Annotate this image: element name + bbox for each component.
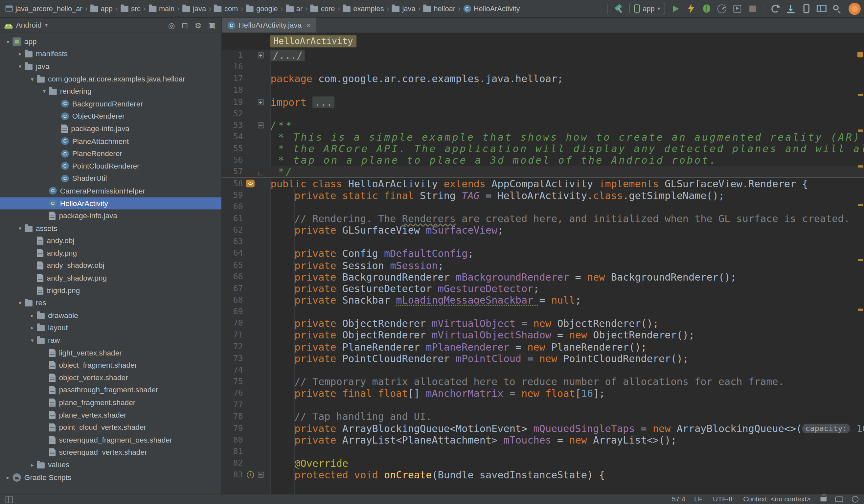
line-separator-indicator[interactable]: LF: <box>694 495 704 503</box>
device-explorer-button[interactable] <box>814 2 829 15</box>
stop-button[interactable] <box>745 2 760 15</box>
tree-item[interactable]: ▸values <box>0 459 221 471</box>
tree-item[interactable]: andy.png <box>0 247 221 260</box>
breadcrumb-item[interactable]: core <box>310 4 336 12</box>
tree-item[interactable]: PlaneRenderer <box>0 147 221 160</box>
sdk-manager-button[interactable] <box>783 2 798 15</box>
readonly-lock-icon[interactable] <box>820 497 826 501</box>
tree-item[interactable]: andy.obj <box>0 235 221 247</box>
breadcrumb-item[interactable]: examples <box>342 4 385 12</box>
tree-item[interactable]: plane_vertex.shader <box>0 409 221 421</box>
expand-arrow-icon[interactable]: ▸ <box>3 474 13 480</box>
tree-item[interactable]: object_vertex.shader <box>0 372 221 384</box>
tree-item[interactable]: ObjectRenderer <box>0 110 221 122</box>
profile-avatar[interactable] <box>849 3 861 15</box>
expand-arrow-icon[interactable]: ▾ <box>15 300 25 306</box>
tree-item[interactable]: point_cloud_vertex.shader <box>0 421 221 434</box>
tree-item[interactable]: light_vertex.shader <box>0 347 221 359</box>
inspections-profile-icon[interactable] <box>852 496 859 503</box>
apply-changes-button[interactable] <box>684 2 698 15</box>
tree-item[interactable]: PlaneAttachment <box>0 135 221 147</box>
file-encoding-indicator[interactable]: UTF-8: <box>713 495 734 503</box>
run-config-selector[interactable]: app ▾ <box>629 3 665 14</box>
context-breadcrumb[interactable]: HelloArActivity <box>270 35 356 47</box>
project-tree[interactable]: ▾app▸manifests▾java▾com.google.ar.core.e… <box>0 33 221 494</box>
tree-item[interactable]: screenquad_fragment_oes.shader <box>0 434 221 446</box>
collapse-all-icon[interactable]: ⊟ <box>180 21 190 29</box>
fold-marker[interactable]: + <box>257 52 263 58</box>
tree-item[interactable]: ▾res <box>0 297 221 309</box>
tree-item[interactable]: passthrough_fragment.shader <box>0 384 221 396</box>
tree-item[interactable]: ▸Gradle Scripts <box>0 471 221 484</box>
expand-arrow-icon[interactable]: ▾ <box>3 38 13 44</box>
search-everywhere-button[interactable] <box>830 2 844 15</box>
sync-project-button[interactable] <box>768 2 782 15</box>
tree-item[interactable]: package-info.java <box>0 122 221 135</box>
breadcrumb-item[interactable]: ar <box>285 4 303 12</box>
hide-panel-icon[interactable]: ▣ <box>207 21 217 29</box>
expand-arrow-icon[interactable]: ▾ <box>27 76 37 82</box>
tree-item[interactable]: trigrid.png <box>0 284 221 297</box>
breadcrumb-item[interactable]: com <box>213 4 239 12</box>
inspection-indicator-icon[interactable] <box>857 52 863 58</box>
attach-debugger-button[interactable] <box>730 2 744 15</box>
breadcrumb-item[interactable]: google <box>245 4 279 12</box>
expand-arrow-icon[interactable]: ▸ <box>15 51 25 57</box>
toolwindow-toggle-icon[interactable] <box>5 496 13 503</box>
tree-item[interactable]: ▾app <box>0 35 221 48</box>
run-button[interactable] <box>669 2 683 15</box>
breadcrumb-item[interactable]: main <box>147 4 176 12</box>
close-tab-icon[interactable]: × <box>306 21 311 29</box>
tree-item[interactable]: BackgroundRenderer <box>0 98 221 110</box>
tree-item[interactable]: package-info.java <box>0 209 221 222</box>
expand-arrow-icon[interactable]: ▾ <box>15 63 25 69</box>
settings-gear-icon[interactable]: ⚙ <box>193 21 203 29</box>
breadcrumb-item[interactable]: app <box>89 4 114 12</box>
tree-item[interactable]: ▾java <box>0 60 221 73</box>
tree-item[interactable]: ▸layout <box>0 322 221 334</box>
expand-arrow-icon[interactable]: ▾ <box>27 337 37 343</box>
editor-tab[interactable]: HelloArActivity.java × <box>222 18 316 33</box>
locate-file-icon[interactable]: ◎ <box>167 21 177 29</box>
tree-item[interactable]: ShaderUtil <box>0 172 221 185</box>
fold-marker[interactable]: − <box>257 472 263 478</box>
related-files-gutter-icon[interactable]: <> <box>246 180 255 187</box>
tree-item[interactable]: ▾rendering <box>0 85 221 98</box>
tree-item[interactable]: andy_shadow.obj <box>0 259 221 272</box>
tree-item[interactable]: ▾assets <box>0 222 221 235</box>
editor-scrollbar[interactable] <box>856 50 864 494</box>
project-view-selector[interactable]: Android <box>16 21 42 29</box>
screen-icon[interactable] <box>836 496 843 502</box>
fold-marker[interactable]: − <box>257 122 263 128</box>
tree-item[interactable]: ▾raw <box>0 334 221 347</box>
breadcrumb-item[interactable]: java_arcore_hello_ar <box>4 4 83 12</box>
tree-item[interactable]: ▾com.google.ar.core.examples.java.helloa… <box>0 73 221 85</box>
expand-arrow-icon[interactable]: ▾ <box>40 88 49 94</box>
expand-arrow-icon[interactable]: ▾ <box>15 225 25 231</box>
tree-item[interactable]: PointCloudRenderer <box>0 160 221 172</box>
caret-position[interactable]: 57:4 <box>672 495 685 503</box>
tree-item[interactable]: CameraPermissionHelper <box>0 185 221 197</box>
overrides-gutter-icon[interactable]: ↑ <box>247 471 254 478</box>
debug-button[interactable] <box>699 2 713 15</box>
tree-item[interactable]: andy_shadow.png <box>0 272 221 284</box>
breadcrumb-item[interactable]: java <box>181 4 207 12</box>
breadcrumb-item[interactable]: HelloArActivity <box>462 4 521 12</box>
expand-arrow-icon[interactable]: ▸ <box>27 312 37 319</box>
tree-item[interactable]: ▸drawable <box>0 309 221 322</box>
expand-arrow-icon[interactable]: ▸ <box>27 462 37 468</box>
build-button[interactable] <box>612 2 626 15</box>
tree-item[interactable]: object_fragment.shader <box>0 359 221 372</box>
breadcrumb-item[interactable]: helloar <box>422 4 456 12</box>
expand-arrow-icon[interactable]: ▸ <box>27 325 37 331</box>
tree-item[interactable]: screenquad_vertex.shader <box>0 446 221 459</box>
breadcrumb-item[interactable]: java <box>391 4 417 12</box>
avd-manager-button[interactable] <box>799 2 813 15</box>
profile-button[interactable] <box>715 2 729 15</box>
tree-item[interactable]: ▸manifests <box>0 48 221 60</box>
breadcrumb-item[interactable]: src <box>120 4 142 12</box>
fold-marker[interactable]: + <box>257 99 263 105</box>
tree-item[interactable]: plane_fragment.shader <box>0 396 221 409</box>
code-editor[interactable]: 1+/.../1617package com.google.ar.core.ex… <box>222 50 864 494</box>
tree-item[interactable]: HelloArActivity <box>0 197 221 209</box>
